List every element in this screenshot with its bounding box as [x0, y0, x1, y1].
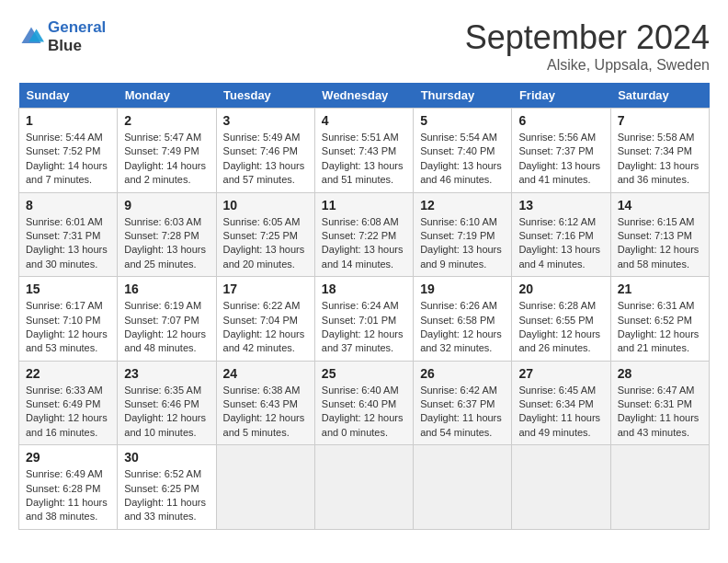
day-info: Sunrise: 6:12 AM Sunset: 7:16 PM Dayligh…	[518, 215, 603, 272]
day-info: Sunrise: 6:24 AM Sunset: 7:01 PM Dayligh…	[322, 299, 406, 356]
day-number: 7	[618, 113, 702, 128]
day-number: 26	[420, 366, 505, 381]
day-number: 2	[124, 113, 209, 128]
day-number: 5	[420, 113, 505, 128]
day-info: Sunrise: 6:17 AM Sunset: 7:10 PM Dayligh…	[26, 299, 110, 356]
day-info: Sunrise: 5:47 AM Sunset: 7:49 PM Dayligh…	[124, 131, 209, 188]
calendar-cell: 18 Sunrise: 6:24 AM Sunset: 7:01 PM Dayl…	[314, 277, 413, 362]
calendar-cell	[216, 445, 314, 530]
day-info: Sunrise: 6:42 AM Sunset: 6:37 PM Dayligh…	[420, 384, 505, 441]
day-number: 9	[124, 198, 209, 213]
day-number: 13	[518, 198, 603, 213]
day-number: 27	[518, 366, 603, 381]
location: Alsike, Uppsala, Sweden	[465, 57, 710, 74]
day-info: Sunrise: 6:38 AM Sunset: 6:43 PM Dayligh…	[223, 384, 308, 441]
days-header-row: SundayMondayTuesdayWednesdayThursdayFrid…	[19, 83, 710, 109]
header-wednesday: Wednesday	[314, 83, 413, 109]
day-number: 14	[618, 198, 702, 213]
logo-icon	[18, 24, 44, 50]
day-info: Sunrise: 5:54 AM Sunset: 7:40 PM Dayligh…	[420, 131, 505, 188]
calendar-cell: 20 Sunrise: 6:28 AM Sunset: 6:55 PM Dayl…	[512, 277, 610, 362]
calendar-cell: 1 Sunrise: 5:44 AM Sunset: 7:52 PM Dayli…	[19, 109, 118, 193]
day-number: 19	[420, 282, 505, 296]
calendar-cell: 15 Sunrise: 6:17 AM Sunset: 7:10 PM Dayl…	[19, 277, 118, 362]
day-info: Sunrise: 6:26 AM Sunset: 6:58 PM Dayligh…	[420, 299, 505, 356]
day-info: Sunrise: 6:01 AM Sunset: 7:31 PM Dayligh…	[26, 215, 110, 272]
calendar-cell: 28 Sunrise: 6:47 AM Sunset: 6:31 PM Dayl…	[610, 361, 709, 445]
day-info: Sunrise: 6:19 AM Sunset: 7:07 PM Dayligh…	[124, 299, 209, 356]
header-tuesday: Tuesday	[216, 83, 314, 109]
title-block: September 2024 Alsike, Uppsala, Sweden	[465, 18, 710, 74]
calendar-cell: 19 Sunrise: 6:26 AM Sunset: 6:58 PM Dayl…	[414, 277, 512, 362]
day-info: Sunrise: 5:44 AM Sunset: 7:52 PM Dayligh…	[26, 131, 110, 188]
day-number: 6	[518, 113, 603, 128]
calendar-cell: 6 Sunrise: 5:56 AM Sunset: 7:37 PM Dayli…	[512, 109, 610, 193]
calendar-cell	[314, 445, 413, 530]
header-saturday: Saturday	[610, 83, 709, 109]
day-info: Sunrise: 6:35 AM Sunset: 6:46 PM Dayligh…	[124, 384, 209, 441]
calendar-cell: 7 Sunrise: 5:58 AM Sunset: 7:34 PM Dayli…	[610, 109, 709, 193]
logo: General Blue	[18, 18, 106, 54]
day-number: 24	[223, 366, 308, 381]
page-header: General Blue September 2024 Alsike, Upps…	[18, 18, 710, 74]
day-info: Sunrise: 5:58 AM Sunset: 7:34 PM Dayligh…	[618, 131, 702, 188]
calendar-cell: 14 Sunrise: 6:15 AM Sunset: 7:13 PM Dayl…	[610, 192, 709, 277]
calendar-cell: 30 Sunrise: 6:52 AM Sunset: 6:25 PM Dayl…	[118, 445, 216, 530]
day-info: Sunrise: 6:49 AM Sunset: 6:28 PM Dayligh…	[26, 467, 110, 524]
day-number: 12	[420, 198, 505, 213]
day-info: Sunrise: 5:49 AM Sunset: 7:46 PM Dayligh…	[223, 131, 308, 188]
day-info: Sunrise: 5:56 AM Sunset: 7:37 PM Dayligh…	[518, 131, 603, 188]
day-info: Sunrise: 6:31 AM Sunset: 6:52 PM Dayligh…	[618, 299, 702, 356]
calendar-cell: 5 Sunrise: 5:54 AM Sunset: 7:40 PM Dayli…	[414, 109, 512, 193]
calendar-cell: 24 Sunrise: 6:38 AM Sunset: 6:43 PM Dayl…	[216, 361, 314, 445]
calendar-cell: 9 Sunrise: 6:03 AM Sunset: 7:28 PM Dayli…	[118, 192, 216, 277]
day-number: 15	[26, 282, 110, 296]
day-number: 8	[26, 198, 110, 213]
calendar-cell: 22 Sunrise: 6:33 AM Sunset: 6:49 PM Dayl…	[19, 361, 118, 445]
day-info: Sunrise: 6:52 AM Sunset: 6:25 PM Dayligh…	[124, 467, 209, 524]
calendar-cell: 26 Sunrise: 6:42 AM Sunset: 6:37 PM Dayl…	[414, 361, 512, 445]
day-info: Sunrise: 6:45 AM Sunset: 6:34 PM Dayligh…	[518, 384, 603, 441]
day-number: 17	[223, 282, 308, 296]
month-title: September 2024	[465, 18, 710, 57]
day-number: 25	[322, 366, 406, 381]
calendar-cell: 17 Sunrise: 6:22 AM Sunset: 7:04 PM Dayl…	[216, 277, 314, 362]
day-number: 28	[618, 366, 702, 381]
day-number: 16	[124, 282, 209, 296]
calendar-cell: 10 Sunrise: 6:05 AM Sunset: 7:25 PM Dayl…	[216, 192, 314, 277]
calendar-cell: 11 Sunrise: 6:08 AM Sunset: 7:22 PM Dayl…	[314, 192, 413, 277]
calendar-cell	[414, 445, 512, 530]
day-info: Sunrise: 6:05 AM Sunset: 7:25 PM Dayligh…	[223, 215, 308, 272]
week-row-1: 1 Sunrise: 5:44 AM Sunset: 7:52 PM Dayli…	[19, 109, 710, 193]
calendar-cell: 4 Sunrise: 5:51 AM Sunset: 7:43 PM Dayli…	[314, 109, 413, 193]
calendar-cell: 25 Sunrise: 6:40 AM Sunset: 6:40 PM Dayl…	[314, 361, 413, 445]
day-number: 10	[223, 198, 308, 213]
day-info: Sunrise: 6:28 AM Sunset: 6:55 PM Dayligh…	[518, 299, 603, 356]
day-number: 22	[26, 366, 110, 381]
day-info: Sunrise: 5:51 AM Sunset: 7:43 PM Dayligh…	[322, 131, 406, 188]
calendar-cell	[512, 445, 610, 530]
calendar-cell	[610, 445, 709, 530]
day-number: 1	[26, 113, 110, 128]
day-number: 21	[618, 282, 702, 296]
calendar-cell: 27 Sunrise: 6:45 AM Sunset: 6:34 PM Dayl…	[512, 361, 610, 445]
logo-text: General Blue	[48, 18, 106, 54]
day-number: 20	[518, 282, 603, 296]
calendar-cell: 3 Sunrise: 5:49 AM Sunset: 7:46 PM Dayli…	[216, 109, 314, 193]
day-number: 11	[322, 198, 406, 213]
header-friday: Friday	[512, 83, 610, 109]
day-info: Sunrise: 6:47 AM Sunset: 6:31 PM Dayligh…	[618, 384, 702, 441]
week-row-5: 29 Sunrise: 6:49 AM Sunset: 6:28 PM Dayl…	[19, 445, 710, 530]
header-sunday: Sunday	[19, 83, 118, 109]
week-row-4: 22 Sunrise: 6:33 AM Sunset: 6:49 PM Dayl…	[19, 361, 710, 445]
day-number: 4	[322, 113, 406, 128]
calendar-cell: 16 Sunrise: 6:19 AM Sunset: 7:07 PM Dayl…	[118, 277, 216, 362]
day-info: Sunrise: 6:10 AM Sunset: 7:19 PM Dayligh…	[420, 215, 505, 272]
calendar-cell: 12 Sunrise: 6:10 AM Sunset: 7:19 PM Dayl…	[414, 192, 512, 277]
calendar-cell: 21 Sunrise: 6:31 AM Sunset: 6:52 PM Dayl…	[610, 277, 709, 362]
day-info: Sunrise: 6:15 AM Sunset: 7:13 PM Dayligh…	[618, 215, 702, 272]
calendar-cell: 13 Sunrise: 6:12 AM Sunset: 7:16 PM Dayl…	[512, 192, 610, 277]
day-number: 23	[124, 366, 209, 381]
day-number: 3	[223, 113, 308, 128]
day-number: 18	[322, 282, 406, 296]
